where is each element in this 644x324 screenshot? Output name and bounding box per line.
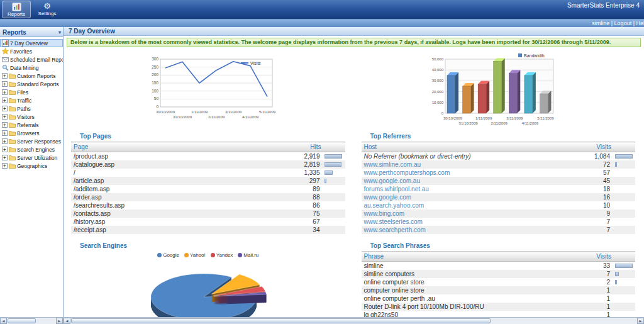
table-row: No Referrer (bookmark or direct-entry)1,… bbox=[362, 152, 636, 161]
legend-item-yandex: Yandex bbox=[211, 252, 233, 258]
expand-icon[interactable]: + bbox=[2, 147, 8, 152]
value-bar-cell bbox=[322, 218, 345, 226]
page-path: /catalogue.asp bbox=[71, 160, 287, 169]
sidebar-item-favorites[interactable]: Favorites bbox=[0, 47, 63, 55]
referrer-link[interactable]: forums.whirlpool.net.au bbox=[362, 185, 578, 193]
expand-icon[interactable]: + bbox=[2, 138, 8, 144]
table-row: forums.whirlpool.net.au18 bbox=[362, 185, 636, 193]
expand-icon[interactable]: + bbox=[2, 73, 8, 79]
sidebar-item-server-responses[interactable]: +Server Responses bbox=[0, 137, 63, 145]
svg-text:5/11/2009: 5/11/2009 bbox=[537, 116, 554, 120]
row-value: 1,335 bbox=[287, 169, 322, 177]
scroll-thumb[interactable] bbox=[8, 318, 36, 323]
sidebar-item-files[interactable]: +Files bbox=[0, 88, 63, 96]
folder-icon bbox=[9, 72, 16, 79]
folder-icon bbox=[9, 113, 16, 120]
nav-settings-label: Settings bbox=[38, 11, 57, 17]
referrer-link[interactable]: www.bing.com bbox=[362, 209, 578, 218]
app-title: SmarterStats Enterprise 4 bbox=[567, 2, 640, 9]
expand-icon[interactable]: + bbox=[2, 89, 8, 95]
expand-icon[interactable]: + bbox=[2, 114, 8, 120]
table-row: online computer store2 bbox=[362, 278, 636, 286]
scroll-left-arrow[interactable]: ◀ bbox=[64, 318, 70, 324]
referrer-link[interactable]: au.search.yahoo.com bbox=[362, 201, 578, 209]
svg-text:31/10/2009: 31/10/2009 bbox=[173, 115, 192, 119]
row-value: 1 bbox=[577, 294, 613, 303]
sidebar-item-referrals[interactable]: +Referrals bbox=[0, 121, 63, 129]
table-row: /article.asp297 bbox=[71, 177, 345, 185]
value-bar-cell bbox=[322, 193, 345, 201]
search-phrase: Router D-link 4 port 10/100Mb DIR-100/RU bbox=[362, 303, 578, 311]
nav-settings-button[interactable]: ⚙ Settings bbox=[33, 1, 62, 18]
referrer-link[interactable]: www.google.com bbox=[362, 193, 578, 201]
folder-icon bbox=[9, 162, 16, 169]
referrer-link[interactable]: www.perthcomputershops.com bbox=[362, 169, 578, 177]
svg-text:250: 250 bbox=[152, 65, 158, 69]
column-header: Page bbox=[71, 142, 287, 152]
sidebar-item-visitors[interactable]: +Visitors bbox=[0, 113, 63, 121]
search-phrase: computer online store bbox=[362, 286, 578, 294]
row-value: 2 bbox=[577, 278, 613, 286]
sidebar-item-standard-reports[interactable]: +Standard Reports bbox=[0, 80, 63, 88]
app-window: Reports ⚙ Settings SmarterStats Enterpri… bbox=[0, 0, 644, 324]
scroll-left-arrow[interactable]: ◀ bbox=[0, 318, 7, 324]
section-top-search-phrases: Top Search Phrases Phrase Visits simline… bbox=[362, 240, 636, 317]
expand-icon[interactable]: + bbox=[2, 106, 8, 111]
referrer-link[interactable]: www.steelseries.com bbox=[362, 218, 578, 226]
scroll-right-arrow[interactable]: ▶ bbox=[56, 318, 63, 324]
svg-text:50: 50 bbox=[154, 96, 159, 101]
scroll-track[interactable] bbox=[70, 318, 637, 324]
sidebar-item-label: Server Utilization bbox=[17, 155, 57, 161]
sidebar-item-browsers[interactable]: +Browsers bbox=[0, 129, 63, 137]
sidebar-item-server-utilization[interactable]: +Server Utilization bbox=[0, 154, 63, 162]
visits-chart-box: 05010015020025030030/10/200931/10/20091/… bbox=[71, 52, 353, 130]
sidebar-item-traffic[interactable]: +Traffic bbox=[0, 96, 63, 104]
scroll-thumb[interactable] bbox=[71, 318, 491, 323]
row-value: 89 bbox=[287, 185, 322, 193]
expand-icon[interactable]: + bbox=[2, 122, 8, 128]
sidebar-item-label: Geographics bbox=[17, 163, 47, 169]
pie-legend: GoogleYahoo!YandexMail.ru bbox=[157, 252, 258, 258]
scroll-track[interactable] bbox=[7, 318, 56, 324]
legend-label: Yahoo! bbox=[190, 252, 206, 258]
main-hscrollbar[interactable]: ◀ ▶ bbox=[64, 318, 644, 324]
expand-icon[interactable]: + bbox=[2, 155, 8, 160]
referrer-link[interactable]: www.google.com.au bbox=[362, 177, 578, 185]
sidebar-collapse-icon[interactable]: ▾ bbox=[58, 30, 61, 35]
top-pages-table: Page Hits /product.asp2,919/catalogue.as… bbox=[71, 142, 345, 234]
user-links[interactable]: simline | Logout | Help bbox=[592, 20, 644, 26]
legend-color-dot bbox=[184, 253, 189, 257]
scroll-right-arrow[interactable]: ▶ bbox=[637, 318, 644, 324]
expand-icon[interactable]: + bbox=[2, 163, 8, 169]
sidebar-item-7-day-overview[interactable]: 7 Day Overview bbox=[0, 39, 63, 47]
expand-icon[interactable]: + bbox=[2, 81, 8, 87]
svg-text:30/10/2009: 30/10/2009 bbox=[443, 116, 463, 120]
table-row: /product.asp2,919 bbox=[71, 152, 345, 161]
sidebar-item-paths[interactable]: +Paths bbox=[0, 104, 63, 113]
search-phrase: online computer perth .au bbox=[362, 294, 578, 303]
value-bar-cell bbox=[322, 177, 345, 185]
search-engines-pie-chart bbox=[130, 258, 287, 317]
page-path: /contacts.asp bbox=[71, 209, 287, 218]
expand-icon[interactable]: + bbox=[2, 130, 8, 136]
svg-text:2/11/2009: 2/11/2009 bbox=[491, 121, 508, 125]
value-bar bbox=[325, 154, 342, 159]
sidebar-item-search-engines[interactable]: +Search Engines bbox=[0, 145, 63, 154]
sidebar-item-custom-reports[interactable]: +Custom Reports bbox=[0, 72, 63, 80]
search-phrase: online computer store bbox=[362, 278, 578, 286]
table-row: simline33 bbox=[362, 262, 636, 271]
expand-icon[interactable]: + bbox=[2, 98, 8, 103]
table-row: www.steelseries.com7 bbox=[362, 218, 636, 226]
row-value: 1,084 bbox=[577, 152, 613, 161]
section-title: Top Search Phrases bbox=[362, 240, 636, 251]
sidebar-hscrollbar[interactable]: ◀ ▶ bbox=[0, 318, 64, 324]
referrer-link[interactable]: www.simline.com.au bbox=[362, 160, 578, 169]
sidebar-item-data-mining[interactable]: Data Mining bbox=[0, 64, 63, 72]
value-bar-cell bbox=[613, 209, 635, 218]
sidebar-item-geographics[interactable]: +Geographics bbox=[0, 162, 63, 170]
sidebar-item-scheduled-email-reports[interactable]: Scheduled Email Reports bbox=[0, 55, 63, 64]
row-value: 9 bbox=[577, 209, 613, 218]
visits-line-chart: 05010015020025030030/10/200931/10/20091/… bbox=[142, 52, 282, 127]
nav-reports-button[interactable]: Reports bbox=[2, 1, 31, 18]
referrer-link[interactable]: www.searchperth.com bbox=[362, 226, 578, 234]
